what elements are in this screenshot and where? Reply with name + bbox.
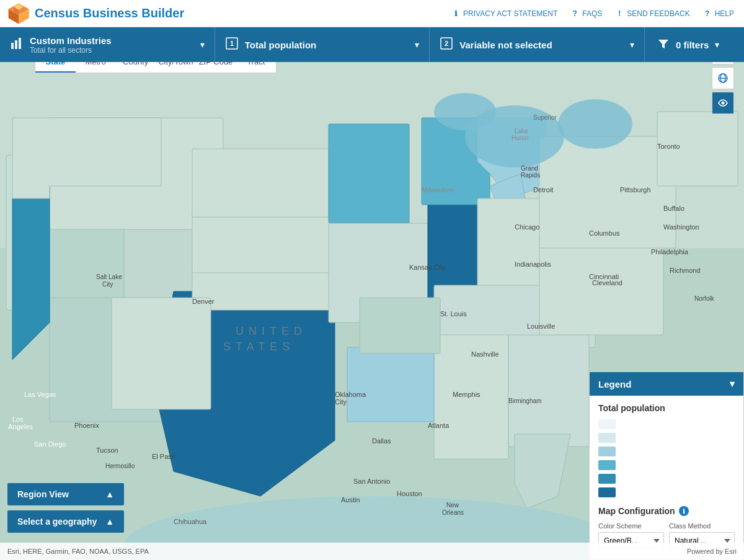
svg-text:2: 2	[445, 40, 448, 47]
visibility-button[interactable]	[712, 92, 734, 114]
legend-swatch-row-1	[598, 419, 735, 429]
svg-text:STATES: STATES	[223, 340, 294, 353]
help-link[interactable]: ? HELP	[702, 9, 734, 19]
svg-text:New: New	[446, 502, 459, 509]
feedback-link[interactable]: ! SEND FEEDBACK	[614, 9, 689, 19]
svg-text:San Diego: San Diego	[34, 440, 66, 448]
svg-rect-41	[360, 298, 440, 353]
feedback-label: SEND FEEDBACK	[627, 9, 689, 18]
svg-text:Richmond: Richmond	[670, 267, 701, 274]
select-geography-label: Select a geography	[17, 517, 97, 527]
legend-swatch-1	[598, 419, 616, 429]
svg-text:Orleans: Orleans	[442, 509, 464, 516]
region-view-label: Region View	[17, 489, 69, 499]
svg-text:UNITED: UNITED	[236, 325, 307, 337]
svg-text:Chicago: Chicago	[515, 223, 539, 231]
variable2-chevron: ▾	[630, 40, 634, 50]
svg-text:Rapids: Rapids	[521, 172, 540, 179]
footer: Esri, HERE, Garmin, FAO, NOAA, USGS, EPA…	[0, 543, 744, 560]
svg-rect-40	[347, 347, 434, 422]
privacy-act-label: PRIVACY ACT STATEMENT	[463, 9, 557, 18]
svg-text:Phoenix: Phoenix	[74, 422, 99, 429]
faqs-link[interactable]: ? FAQS	[570, 9, 602, 19]
svg-text:Dallas: Dallas	[372, 437, 391, 445]
svg-text:Nashville: Nashville	[471, 350, 499, 358]
variable2-label: Variable not selected	[459, 40, 624, 50]
svg-rect-35	[508, 335, 589, 447]
variable1-label: Total population	[245, 40, 409, 50]
app-title: Census Business Builder	[35, 6, 184, 20]
svg-rect-8	[19, 38, 21, 49]
legend-swatch-5	[598, 474, 616, 484]
svg-text:Grand: Grand	[521, 165, 538, 172]
map-config-title: Map Configuration ℹ	[598, 506, 735, 516]
legend-swatch-row-4	[598, 460, 735, 470]
svg-text:Las Vegas: Las Vegas	[24, 391, 56, 398]
faqs-label: FAQS	[582, 9, 602, 18]
svg-rect-26	[329, 124, 409, 223]
legend-swatch-3	[598, 447, 616, 456]
svg-text:Louisville: Louisville	[527, 322, 555, 330]
filter-label: 0 filters	[676, 40, 709, 50]
header: Census Business Builder ℹ PRIVACY ACT ST…	[0, 0, 744, 27]
svg-point-45	[434, 93, 496, 130]
industry-content: Custom Industries Total for all sectors	[30, 35, 194, 55]
legend-collapse-icon[interactable]: ▾	[730, 378, 735, 389]
industry-line2: Total for all sectors	[30, 46, 194, 55]
svg-text:Lake: Lake	[515, 128, 528, 135]
variable1-chevron: ▾	[415, 40, 419, 50]
variable1-icon: 1	[225, 37, 239, 53]
svg-text:Detroit: Detroit	[533, 186, 553, 193]
svg-text:Philadelphia: Philadelphia	[651, 248, 689, 256]
svg-text:Pittsburgh: Pittsburgh	[620, 186, 651, 193]
svg-rect-7	[15, 40, 17, 49]
select-geography-button[interactable]: Select a geography ▲	[7, 510, 124, 533]
globe-button[interactable]	[712, 67, 734, 89]
legend-swatch-row-5	[598, 474, 735, 484]
svg-rect-25	[192, 149, 329, 217]
legend-title: Legend	[598, 379, 631, 389]
color-scheme-label: Color Scheme	[598, 522, 664, 530]
legend-swatch-row-3	[598, 447, 735, 456]
config-info-icon: ℹ	[679, 506, 689, 516]
variable2-selector[interactable]: 2 Variable not selected ▾	[430, 27, 645, 62]
svg-text:Angeles: Angeles	[8, 423, 33, 430]
filters-selector[interactable]: 0 filters ▾	[645, 27, 744, 62]
variable2-icon: 2	[440, 37, 453, 53]
svg-text:Los: Los	[12, 416, 24, 423]
header-links: ℹ PRIVACY ACT STATEMENT ? FAQS ! SEND FE…	[451, 9, 744, 19]
privacy-act-link[interactable]: ℹ PRIVACY ACT STATEMENT	[451, 9, 557, 19]
svg-text:Denver: Denver	[192, 298, 215, 305]
question-icon-help: ?	[702, 9, 712, 19]
variable2-content: Variable not selected	[459, 40, 624, 50]
select-geography-chevron-icon: ▲	[105, 517, 114, 527]
svg-rect-42	[112, 298, 211, 409]
filter-icon	[657, 37, 670, 53]
variable1-content: Total population	[245, 40, 409, 50]
logo-icon	[7, 2, 30, 25]
svg-text:Hermosillo: Hermosillo	[105, 463, 135, 469]
svg-text:Birmingham: Birmingham	[508, 398, 541, 404]
svg-text:City: City	[335, 398, 347, 406]
legend-swatch-4	[598, 460, 616, 470]
svg-text:Kansas City: Kansas City	[409, 264, 446, 271]
svg-text:Memphis: Memphis	[453, 391, 480, 398]
legend-variable-title: Total population	[598, 403, 735, 413]
filter-chevron: ▾	[715, 40, 719, 50]
svg-text:Tucson: Tucson	[96, 447, 118, 454]
industry-selector[interactable]: Custom Industries Total for all sectors …	[0, 27, 215, 62]
svg-text:Norfolk: Norfolk	[694, 295, 715, 302]
svg-text:1: 1	[230, 40, 234, 47]
svg-text:Cleveland: Cleveland	[592, 279, 622, 287]
industry-line1: Custom Industries	[30, 35, 194, 46]
footer-attribution: Esri, HERE, Garmin, FAO, NOAA, USGS, EPA	[7, 548, 149, 555]
class-method-label: Class Method	[669, 522, 735, 530]
svg-point-44	[558, 99, 632, 149]
region-view-button[interactable]: Region View ▲	[7, 483, 124, 505]
svg-text:Salt Lake: Salt Lake	[96, 273, 122, 280]
question-icon-faqs: ?	[570, 9, 580, 19]
svg-text:Buffalo: Buffalo	[663, 205, 684, 212]
svg-text:San Antonio: San Antonio	[353, 478, 390, 485]
industry-icon	[10, 37, 24, 53]
variable1-selector[interactable]: 1 Total population ▾	[215, 27, 430, 62]
